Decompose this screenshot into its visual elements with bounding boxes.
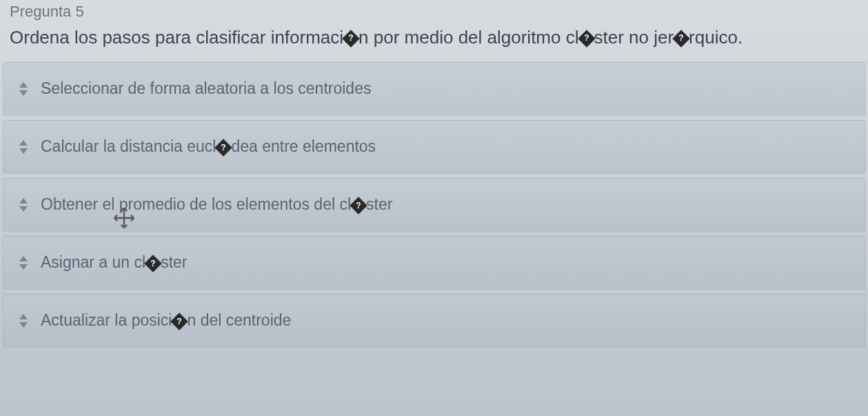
list-item-label: Seleccionar de forma aleatoria a los cen… bbox=[41, 79, 371, 99]
item-text-part: Obtener el promedio de los elementos del… bbox=[41, 195, 351, 213]
encoding-glyph-icon bbox=[342, 30, 359, 47]
item-text-part: Seleccionar de forma aleatoria a los cen… bbox=[41, 79, 371, 97]
item-text-part: ster bbox=[366, 195, 392, 213]
encoding-glyph-icon bbox=[672, 30, 689, 47]
question-text-part: ster no jer bbox=[594, 27, 674, 48]
list-item-label: Actualizar la posicin del centroide bbox=[41, 311, 291, 330]
question-text-part: n por medio del algoritmo cl bbox=[359, 27, 578, 48]
encoding-glyph-icon bbox=[171, 313, 188, 330]
list-item[interactable]: Asignar a un clster bbox=[3, 236, 865, 290]
question-text-part: Ordena los pasos para clasificar informa… bbox=[10, 27, 343, 48]
drag-handle-icon[interactable] bbox=[16, 314, 31, 328]
list-item-label: Asignar a un clster bbox=[41, 253, 187, 273]
question-text-part: rquico. bbox=[689, 27, 743, 48]
list-item[interactable]: Seleccionar de forma aleatoria a los cen… bbox=[3, 62, 865, 116]
drag-handle-icon[interactable] bbox=[16, 140, 31, 154]
list-item-label: Calcular la distancia eucldea entre elem… bbox=[41, 137, 376, 157]
question-number: Pregunta 5 bbox=[0, 0, 868, 26]
list-item-label: Obtener el promedio de los elementos del… bbox=[41, 195, 392, 215]
drag-handle-icon[interactable] bbox=[16, 198, 31, 212]
encoding-glyph-icon bbox=[215, 139, 232, 156]
item-text-part: dea entre elementos bbox=[231, 137, 376, 155]
item-text-part: Calcular la distancia eucl bbox=[41, 137, 216, 155]
drag-handle-icon[interactable] bbox=[16, 256, 31, 270]
item-text-part: Actualizar la posici bbox=[41, 311, 172, 329]
list-item[interactable]: Calcular la distancia eucldea entre elem… bbox=[3, 120, 865, 174]
encoding-glyph-icon bbox=[144, 255, 161, 272]
item-text-part: Asignar a un cl bbox=[41, 253, 145, 271]
drag-handle-icon[interactable] bbox=[16, 82, 31, 96]
list-item[interactable]: Obtener el promedio de los elementos del… bbox=[3, 178, 865, 232]
item-text-part: n del centroide bbox=[187, 311, 291, 329]
encoding-glyph-icon bbox=[350, 197, 367, 214]
encoding-glyph-icon bbox=[578, 30, 595, 47]
item-text-part: ster bbox=[161, 253, 187, 271]
sortable-list[interactable]: Seleccionar de forma aleatoria a los cen… bbox=[0, 62, 868, 348]
question-text: Ordena los pasos para clasificar informa… bbox=[0, 26, 868, 62]
list-item[interactable]: Actualizar la posicin del centroide bbox=[3, 294, 865, 348]
